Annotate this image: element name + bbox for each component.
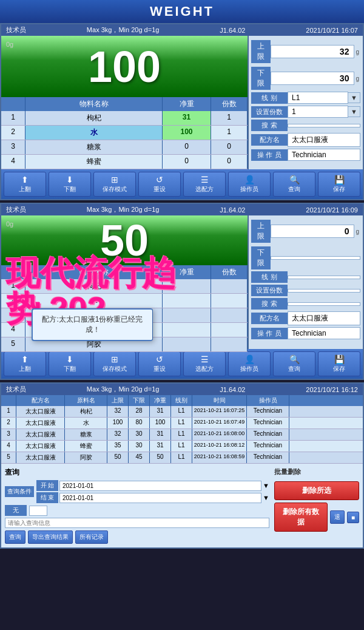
query-left: 查询 查询条件 开 始 ▼ 结 束 ▼ bbox=[5, 467, 269, 544]
btn-save-mode-2[interactable]: ⊞ 保存模式 bbox=[93, 351, 136, 376]
table-row: 2 太太口服液 水 100 80 100 L1 2021-10-21 16:07… bbox=[1, 418, 363, 429]
btn-down-label-1: 下翻 bbox=[64, 185, 76, 194]
table-1: 物料名称 净重 份数 1 枸杞 31 1 2 水 100 1 3 bbox=[1, 97, 248, 169]
btn-save-label-1: 保存 bbox=[333, 185, 345, 194]
upper-limit-value-1: 32 bbox=[271, 45, 354, 58]
btn-up-2[interactable]: ⬆ 上翻 bbox=[4, 351, 46, 376]
weight-value-2: 50 bbox=[100, 215, 149, 265]
table-row: 4 太太口服液 蜂蜜 35 30 31 L1 2021-10-21 16:08:… bbox=[1, 441, 363, 452]
search-input[interactable] bbox=[5, 518, 269, 528]
query-title: 查询 bbox=[5, 467, 269, 478]
btn-recipe-1[interactable]: ☰ 选配方 bbox=[183, 172, 226, 197]
table-row: 2水 bbox=[1, 294, 248, 308]
recipe-row-2: 配方名 太太口服液 bbox=[251, 311, 360, 325]
back-button[interactable]: 退 bbox=[330, 510, 345, 524]
batch-delete-section: 批量删除 删除所选 删除所有数据 退 ■ bbox=[274, 467, 359, 544]
btn-save-2[interactable]: 💾 保存 bbox=[318, 351, 360, 376]
upper-limit-label-1: 上限 bbox=[251, 40, 271, 63]
table-row: 3 糖浆 配方:太太口服液1份称重已经完成！ bbox=[1, 308, 248, 323]
weight-unit-1: 0g bbox=[6, 41, 13, 48]
lower-limit-row-2: 下限 bbox=[251, 245, 360, 271]
weight-display-2: 0g 50 bbox=[1, 215, 248, 265]
count-row-2: 设置份数 bbox=[251, 285, 360, 296]
panel-2: 技术员 Max 3kg，Min 20g d=1g J1.64.02 2021/1… bbox=[0, 203, 364, 380]
operator-icon-2: 👤 bbox=[244, 354, 255, 364]
col-num-1 bbox=[1, 97, 25, 111]
query-button[interactable]: 查询 bbox=[5, 530, 25, 544]
up-icon-2: ⬆ bbox=[21, 354, 29, 364]
btn-reset-1[interactable]: ↺ 重设 bbox=[138, 172, 181, 197]
btn-save-mode-1[interactable]: ⊞ 保存模式 bbox=[93, 172, 136, 197]
btn-recipe-label-1: 选配方 bbox=[195, 185, 214, 194]
dialog-text: 配方:太太口服液1份称重已经完成！ bbox=[42, 315, 143, 334]
delete-all-button[interactable]: 删除所有数据 bbox=[274, 503, 328, 532]
panel-3: 技术员 Max 3kg，Min 20g d=1g J1.64.02 2021/1… bbox=[0, 382, 364, 549]
batch-label: 批量删除 bbox=[274, 467, 359, 476]
left-section-2: 0g 50 物料名称 净重 份数 1枸杞 2水 3 bbox=[1, 215, 248, 349]
btn-operator-2[interactable]: 👤 操作员 bbox=[228, 351, 271, 376]
down-icon: ⬇ bbox=[66, 175, 73, 185]
save-icon: 💾 bbox=[334, 175, 345, 185]
query-section: 查询 查询条件 开 始 ▼ 结 束 ▼ bbox=[1, 464, 363, 547]
btn-save-1[interactable]: 💾 保存 bbox=[318, 172, 360, 197]
lower-limit-value-1: 30 bbox=[271, 72, 354, 85]
line-row-2: 线 别 bbox=[251, 271, 360, 283]
down-icon-2: ⬇ bbox=[66, 354, 73, 364]
role-label-1: 技术员 bbox=[6, 25, 26, 35]
btn-down-2[interactable]: ⬇ 下翻 bbox=[49, 351, 91, 376]
btn-down-1[interactable]: ⬇ 下翻 bbox=[49, 172, 91, 197]
recipe-row-1: 配方名 太太口服液 bbox=[251, 133, 360, 147]
confirm-button[interactable]: ■ bbox=[347, 512, 359, 523]
operator-icon: 👤 bbox=[244, 175, 255, 185]
condition-label: 查询条件 bbox=[5, 486, 34, 497]
upper-limit-unit-2: g bbox=[354, 228, 360, 235]
btn-operator-1[interactable]: 👤 操作员 bbox=[228, 172, 271, 197]
lower-limit-row-1: 下限 30 g bbox=[251, 65, 360, 92]
operator-row-1: 操 作 员 Technician bbox=[251, 149, 360, 161]
app-title: WEIGHT bbox=[0, 0, 364, 23]
lower-limit-label-2: 下限 bbox=[251, 246, 271, 269]
right-section-1: 上限 32 g 下限 30 g 线 别 L1 ▼ 设置份数 1 ▼ 搜 索 bbox=[248, 36, 363, 169]
up-icon: ⬆ bbox=[21, 175, 29, 185]
table-row: 3 太太口服液 糖浆 32 30 31 L1 2021-10-21 16:08:… bbox=[1, 429, 363, 441]
col-count-1: 份数 bbox=[211, 97, 248, 111]
end-label: 结 束 bbox=[36, 492, 58, 503]
end-date-input[interactable] bbox=[59, 493, 261, 503]
btn-reset-label-1: 重设 bbox=[153, 185, 166, 194]
datetime-label-2: 2021/10/21 16:09 bbox=[306, 206, 358, 214]
status-bar-3: 技术员 Max 3kg，Min 20g d=1g J1.64.02 2021/1… bbox=[1, 384, 363, 395]
table-row: 4 蜂蜜 0 0 bbox=[1, 155, 248, 169]
role-label-2: 技术员 bbox=[6, 205, 26, 214]
delete-selected-button[interactable]: 删除所选 bbox=[274, 481, 359, 500]
save-mode-icon-2: ⊞ bbox=[111, 354, 118, 364]
export-button[interactable]: 导出查询结果 bbox=[28, 530, 73, 544]
version-label-1: J1.64.02 bbox=[220, 27, 245, 34]
datetime-label-1: 2021/10/21 16:07 bbox=[306, 27, 358, 34]
dialog-box: 配方:太太口服液1份称重已经完成！ bbox=[32, 308, 153, 341]
query-icon: 🔍 bbox=[289, 175, 300, 185]
spec-label-1: Max 3kg，Min 20g d=1g bbox=[87, 25, 160, 35]
btn-query-label-1: 查询 bbox=[288, 185, 300, 194]
spec-label-3: Max 3kg，Min 20g d=1g bbox=[87, 385, 160, 394]
weight-value-1: 100 bbox=[88, 42, 161, 92]
table-row: 2 水 100 1 bbox=[1, 126, 248, 140]
status-bar-2: 技术员 Max 3kg，Min 20g d=1g J1.64.02 2021/1… bbox=[1, 204, 363, 215]
table-row: 5 太太口服液 阿胶 50 45 50 L1 2021-10-21 16:08:… bbox=[1, 452, 363, 464]
panel1-content: 0g 100 物料名称 净重 份数 1 枸杞 31 1 2 水 bbox=[1, 36, 363, 169]
lower-limit-unit-1: g bbox=[354, 75, 360, 82]
all-records-button[interactable]: 所有记录 bbox=[75, 530, 108, 544]
version-label-2: J1.64.02 bbox=[220, 206, 245, 214]
table-row: 3 糖浆 0 0 bbox=[1, 140, 248, 155]
start-date-input[interactable] bbox=[59, 481, 261, 491]
upper-limit-label-2: 上限 bbox=[251, 220, 271, 243]
none-input[interactable] bbox=[29, 506, 47, 516]
panel-1: 技术员 Max 3kg，Min 20g d=1g J1.64.02 2021/1… bbox=[0, 23, 364, 200]
result-table-header: 配方名 原料名 上限 下限 净重 线别 时间 操作员 bbox=[1, 395, 363, 406]
btn-recipe-2[interactable]: ☰ 选配方 bbox=[183, 351, 226, 376]
query-condition-row: 查询条件 开 始 ▼ 结 束 ▼ bbox=[5, 480, 269, 503]
none-row: 无 bbox=[5, 505, 269, 516]
btn-query-1[interactable]: 🔍 查询 bbox=[273, 172, 315, 197]
btn-up-1[interactable]: ⬆ 上翻 bbox=[4, 172, 46, 197]
btn-reset-2[interactable]: ↺ 重设 bbox=[138, 351, 181, 376]
btn-query-2[interactable]: 🔍 查询 bbox=[273, 351, 315, 376]
